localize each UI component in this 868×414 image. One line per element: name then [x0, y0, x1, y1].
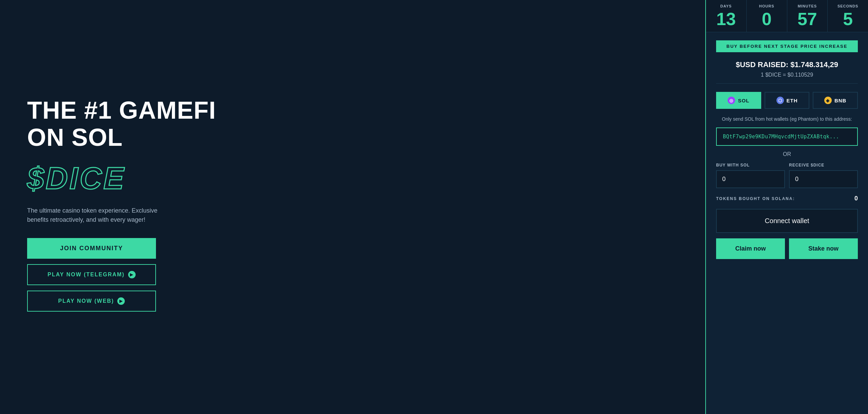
eth-icon: ⬡	[776, 97, 784, 104]
play-telegram-button[interactable]: PLAY NOW (TELEGRAM) ▶	[27, 264, 156, 285]
price-line: 1 $DICE = $0.110529	[716, 72, 858, 84]
web-icon: ▶	[117, 297, 125, 305]
countdown-minutes: MINUTES 57	[787, 0, 828, 32]
tokens-bought-row: TOKENS BOUGHT ON SOLANA: 0	[716, 195, 858, 202]
connect-wallet-button[interactable]: Connect wallet	[716, 209, 858, 233]
buy-sol-input[interactable]	[716, 170, 785, 188]
stage-banner: BUY BEFORE NEXT STAGE PRICE INCREASE	[716, 40, 858, 52]
sol-icon: ◎	[728, 97, 735, 104]
send-instructions: Only send SOL from hot wallets (eg Phant…	[716, 116, 858, 123]
left-panel: THE #1 GAMEFI ON SOL $DICE The ultimate …	[0, 0, 705, 414]
buy-inputs: Buy with SOL Receive $Dice	[716, 163, 858, 188]
stake-now-button[interactable]: Stake now	[789, 238, 858, 259]
presale-body: BUY BEFORE NEXT STAGE PRICE INCREASE $US…	[706, 32, 868, 414]
dice-logo: $DICE	[27, 161, 678, 196]
bnb-icon: ◈	[824, 97, 832, 104]
play-web-button[interactable]: PLAY NOW (WEB) ▶	[27, 291, 156, 312]
countdown-days: DAYS 13	[706, 0, 747, 32]
receive-dice-group: Receive $Dice	[789, 163, 858, 188]
raised-amount: $USD RAISED: $1.748.314,29	[716, 60, 858, 69]
buy-sol-label: Buy with SOL	[716, 163, 785, 167]
countdown-bar: DAYS 13 HOURS 0 MINUTES 57 SECONDS 5	[706, 0, 868, 32]
receive-dice-label: Receive $Dice	[789, 163, 858, 167]
receive-dice-input[interactable]	[789, 170, 858, 188]
join-community-button[interactable]: JOIN COMMUNITY	[27, 238, 156, 259]
tokens-bought-value: 0	[854, 195, 858, 202]
chain-eth-button[interactable]: ⬡ ETH	[765, 92, 810, 109]
or-divider: OR	[716, 151, 858, 157]
right-panel: DAYS 13 HOURS 0 MINUTES 57 SECONDS 5 BUY…	[705, 0, 868, 414]
claim-now-button[interactable]: Claim now	[716, 238, 785, 259]
chain-selector: ◎ SOL ⬡ ETH ◈ BNB	[716, 92, 858, 109]
buy-sol-group: Buy with SOL	[716, 163, 785, 188]
chain-bnb-button[interactable]: ◈ BNB	[813, 92, 858, 109]
hero-title: THE #1 GAMEFI ON SOL	[27, 97, 678, 151]
chain-sol-button[interactable]: ◎ SOL	[716, 92, 761, 109]
countdown-seconds: SECONDS 5	[828, 0, 868, 32]
countdown-hours: HOURS 0	[747, 0, 787, 32]
tokens-bought-label: TOKENS BOUGHT ON SOLANA:	[716, 196, 795, 201]
hero-description: The ultimate casino token experience. Ex…	[27, 206, 170, 224]
action-buttons: Claim now Stake now	[716, 238, 858, 259]
wallet-address[interactable]: BQtF7wp29e9KDu7MHqvcdMjtUpZXABtqk...	[716, 127, 858, 146]
telegram-icon: ▶	[128, 271, 136, 278]
